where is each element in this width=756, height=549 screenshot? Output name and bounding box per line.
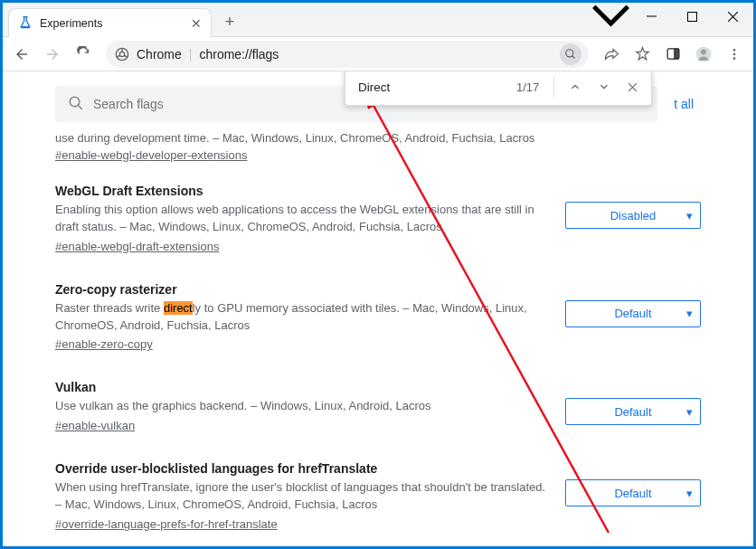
flag-anchor-link[interactable]: #override-language-prefs-for-href-transl… — [55, 517, 278, 531]
flag-select-dropdown[interactable]: Disabled ▾ — [565, 202, 701, 229]
flag-title: Zero-copy rasterizer — [55, 282, 547, 297]
share-icon[interactable] — [598, 41, 625, 68]
find-next-button[interactable] — [592, 75, 616, 99]
find-input[interactable] — [358, 80, 511, 94]
flag-title: Override user-blocklisted languages for … — [55, 461, 547, 476]
flag-description: Raster threads write directly to GPU mem… — [55, 300, 547, 335]
forward-button[interactable] — [39, 41, 66, 68]
flag-anchor-link[interactable]: #enable-zero-copy — [55, 337, 153, 351]
flag-select-value: Default — [614, 487, 651, 500]
back-button[interactable] — [8, 41, 35, 68]
zoom-icon[interactable] — [560, 43, 581, 65]
menu-icon[interactable] — [721, 41, 748, 68]
window-close-button[interactable] — [713, 3, 753, 30]
svg-rect-0 — [688, 12, 697, 21]
tab-close-icon[interactable]: ✕ — [189, 16, 203, 31]
flask-icon — [18, 16, 33, 31]
chevron-down-icon: ▾ — [686, 209, 693, 222]
flag-item: WebGL Draft Extensions Enabling this opt… — [55, 184, 701, 253]
find-highlight: direct — [164, 301, 193, 315]
flag-anchor-link[interactable]: #enable-webgl-draft-extensions — [55, 240, 219, 253]
flag-title: WebGL Draft Extensions — [55, 184, 547, 198]
svg-point-7 — [701, 49, 706, 54]
find-count: 1/17 — [516, 80, 539, 94]
tab-search-button[interactable] — [591, 3, 631, 30]
svg-point-2 — [119, 52, 124, 56]
svg-rect-5 — [674, 49, 678, 59]
flag-select-dropdown[interactable]: Default ▾ — [565, 479, 701, 506]
flag-select-dropdown[interactable]: Default ▾ — [565, 300, 701, 327]
flag-anchor-link[interactable]: #enable-vulkan — [55, 419, 135, 432]
bookmark-icon[interactable] — [628, 41, 656, 68]
flag-anchor-link[interactable]: #enable-webgl-developer-extensions — [55, 148, 247, 162]
new-tab-button[interactable]: + — [217, 9, 242, 34]
find-prev-button[interactable] — [563, 75, 587, 99]
svg-point-8 — [733, 49, 736, 52]
reset-all-button[interactable]: t all — [666, 97, 701, 111]
flag-title: Vulkan — [55, 380, 547, 394]
svg-point-10 — [733, 57, 736, 60]
svg-point-11 — [70, 97, 80, 107]
flag-description: Enabling this option allows web applicat… — [55, 202, 547, 236]
address-bar[interactable]: Chrome|chrome://flags — [106, 41, 589, 68]
chevron-down-icon: ▾ — [686, 307, 693, 320]
browser-tab[interactable]: Experiments ✕ — [8, 8, 212, 37]
search-icon — [68, 95, 84, 114]
chrome-icon — [115, 47, 129, 62]
find-separator — [553, 77, 554, 97]
flag-item: Zero-copy rasterizer Raster threads writ… — [55, 282, 701, 352]
tab-strip: Experiments ✕ + — [3, 3, 753, 37]
flag-select-dropdown[interactable]: Default ▾ — [565, 398, 701, 425]
find-in-page-bar: 1/17 — [345, 71, 652, 106]
window-minimize-button[interactable] — [631, 3, 672, 30]
svg-point-3 — [566, 49, 573, 56]
url-display: Chrome|chrome://flags — [137, 47, 279, 62]
window-maximize-button[interactable] — [672, 3, 713, 30]
flag-select-value: Default — [614, 307, 651, 320]
flag-description: When using hrefTranslate, ignore the use… — [55, 479, 547, 514]
flag-select-value: Disabled — [610, 209, 657, 222]
reload-button[interactable] — [70, 41, 97, 68]
page-content: 1/17 t all use during development time. … — [3, 71, 753, 546]
svg-point-9 — [733, 52, 736, 55]
chevron-down-icon: ▾ — [686, 487, 693, 500]
browser-toolbar: Chrome|chrome://flags — [3, 37, 753, 71]
flag-description: Use vulkan as the graphics backend. – Wi… — [55, 398, 547, 415]
flag-select-value: Default — [614, 405, 651, 419]
flag-item: Vulkan Use vulkan as the graphics backen… — [55, 380, 701, 432]
flag-item: Override user-blocklisted languages for … — [55, 461, 701, 531]
find-close-button[interactable] — [620, 75, 644, 99]
flag-description-fragment: use during development time. – Mac, Wind… — [55, 131, 547, 145]
tab-title: Experiments — [40, 17, 182, 30]
chevron-down-icon: ▾ — [686, 405, 693, 419]
profile-icon[interactable] — [690, 41, 717, 68]
sidepanel-icon[interactable] — [659, 41, 686, 68]
